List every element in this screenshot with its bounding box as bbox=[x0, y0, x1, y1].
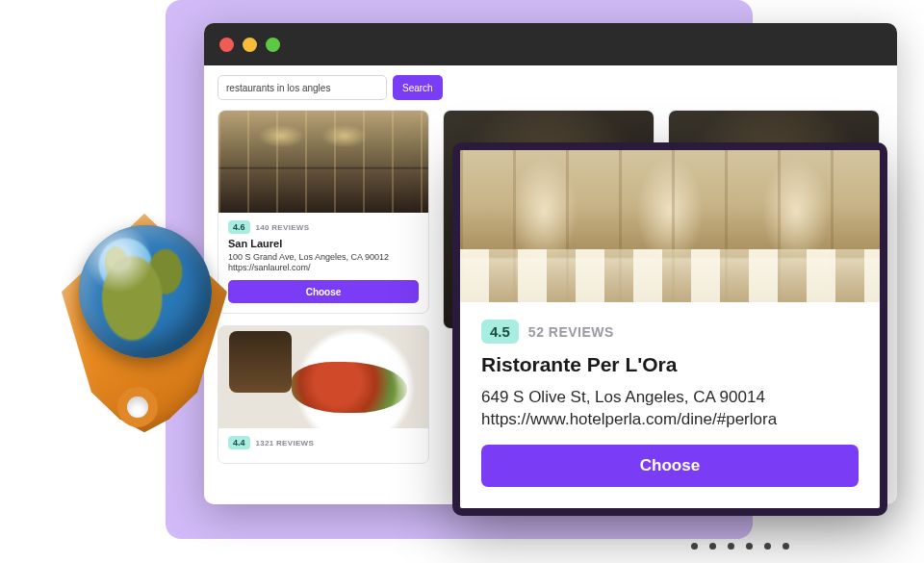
results-column-1: 4.6 140 REVIEWS San Laurel 100 S Grand A… bbox=[218, 110, 429, 464]
featured-result-card: 4.5 52 REVIEWS Ristorante Per L'Ora 649 … bbox=[452, 142, 887, 516]
window-titlebar bbox=[204, 23, 897, 65]
card-body: 4.4 1321 REVIEWS bbox=[218, 428, 428, 463]
choose-button[interactable]: Choose bbox=[481, 445, 859, 487]
minimize-icon[interactable] bbox=[243, 38, 257, 52]
review-count: 52 REVIEWS bbox=[528, 324, 614, 340]
rating-row: 4.6 140 REVIEWS bbox=[228, 220, 419, 234]
rating-row: 4.4 1321 REVIEWS bbox=[228, 436, 419, 449]
rating-row: 4.5 52 REVIEWS bbox=[481, 320, 859, 344]
restaurant-address: 649 S Olive St, Los Angeles, CA 90014 bbox=[481, 386, 859, 410]
maximize-icon[interactable] bbox=[266, 38, 280, 52]
restaurant-title: Ristorante Per L'Ora bbox=[481, 353, 859, 376]
card-body: 4.5 52 REVIEWS Ristorante Per L'Ora 649 … bbox=[460, 302, 880, 508]
review-count: 1321 REVIEWS bbox=[256, 439, 315, 448]
globe-pin-icon bbox=[58, 206, 233, 447]
result-card: 4.4 1321 REVIEWS bbox=[218, 325, 429, 464]
search-input[interactable] bbox=[218, 75, 387, 100]
pagination-dots bbox=[691, 543, 789, 550]
search-row: Search bbox=[218, 75, 884, 100]
rating-badge: 4.5 bbox=[481, 320, 519, 344]
search-button[interactable]: Search bbox=[393, 75, 443, 100]
restaurant-photo bbox=[218, 326, 428, 428]
restaurant-url: https://sanlaurel.com/ bbox=[228, 263, 419, 272]
restaurant-title: San Laurel bbox=[228, 238, 419, 249]
restaurant-address: 100 S Grand Ave, Los Angeles, CA 90012 bbox=[228, 251, 419, 263]
review-count: 140 REVIEWS bbox=[256, 223, 310, 232]
result-card: 4.6 140 REVIEWS San Laurel 100 S Grand A… bbox=[218, 110, 429, 314]
choose-button[interactable]: Choose bbox=[228, 280, 419, 303]
card-body: 4.6 140 REVIEWS San Laurel 100 S Grand A… bbox=[218, 213, 428, 313]
restaurant-url: https://www.hotelperla.com/dine/#perlora bbox=[481, 410, 859, 429]
close-icon[interactable] bbox=[219, 38, 234, 52]
restaurant-photo bbox=[218, 111, 428, 213]
restaurant-photo bbox=[460, 150, 880, 302]
